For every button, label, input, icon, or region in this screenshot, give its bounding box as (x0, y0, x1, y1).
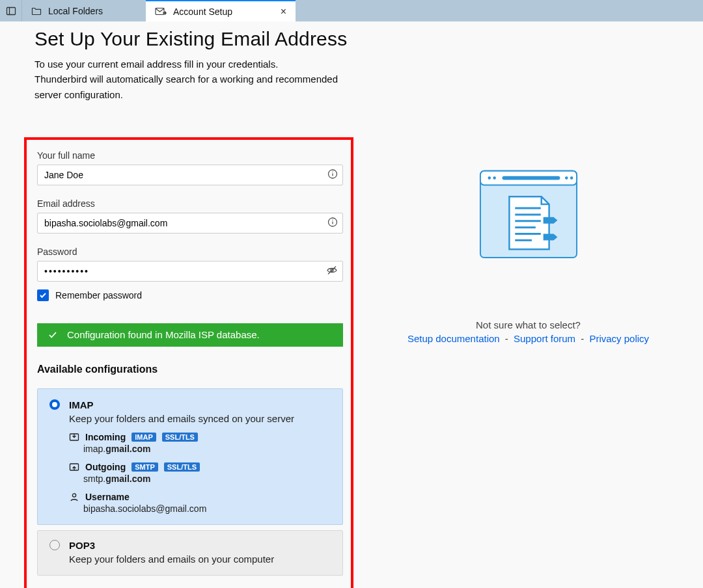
password-input[interactable] (37, 261, 343, 282)
tab-bar: Local Folders Account Setup × (0, 0, 703, 21)
svg-point-8 (332, 219, 333, 220)
svg-point-17 (493, 176, 496, 180)
radio-unselected-icon (49, 540, 60, 550)
sidebar-toggle-button[interactable] (0, 0, 22, 21)
mail-setup-icon (155, 7, 167, 16)
form-highlight-box: Your full name Email address (24, 137, 353, 588)
config-pop3[interactable]: POP3 Keep your folders and emails on you… (37, 530, 343, 576)
outgoing-label: Outgoing (85, 462, 126, 472)
incoming-host: imap.gmail.com (83, 444, 331, 454)
incoming-label: Incoming (85, 432, 126, 442)
config-imap[interactable]: IMAP Keep your folders and emails synced… (37, 388, 343, 525)
name-input[interactable] (37, 165, 343, 185)
document-illustration (473, 158, 584, 261)
outgoing-host: smtp.gmail.com (83, 474, 331, 484)
folder-icon (31, 7, 42, 16)
support-forum-link[interactable]: Support forum (514, 333, 575, 344)
svg-point-19 (564, 176, 568, 180)
checkbox-checked-icon (37, 289, 49, 301)
info-icon[interactable] (327, 168, 338, 181)
info-icon[interactable] (327, 217, 338, 229)
eye-off-icon[interactable] (326, 264, 338, 278)
tab-account-setup[interactable]: Account Setup × (146, 0, 296, 21)
config-desc: Keep your folders and emails on your com… (69, 554, 331, 565)
tab-label: Account Setup (173, 7, 232, 17)
password-label: Password (37, 247, 343, 257)
help-links: Setup documentation - Support forum - Pr… (407, 333, 649, 344)
outgoing-icon (69, 462, 79, 472)
security-pill: SSL/TLS (164, 462, 200, 472)
tab-local-folders[interactable]: Local Folders (22, 0, 146, 21)
proto-pill: IMAP (131, 433, 156, 442)
security-pill: SSL/TLS (162, 433, 198, 442)
proto-pill: SMTP (131, 462, 158, 472)
username-value: bipasha.sociolabs@gmail.com (83, 503, 331, 514)
page-title: Set Up Your Existing Email Address (34, 28, 353, 50)
remember-password-checkbox[interactable]: Remember password (37, 289, 343, 301)
svg-point-13 (72, 494, 76, 497)
svg-point-16 (488, 176, 491, 180)
svg-point-20 (570, 176, 573, 180)
panel-icon (6, 6, 16, 16)
username-label: Username (85, 492, 130, 502)
svg-rect-18 (502, 176, 560, 180)
close-icon[interactable]: × (281, 6, 286, 18)
user-icon (69, 492, 79, 502)
help-prompt: Not sure what to select? (476, 319, 581, 330)
incoming-icon (69, 432, 79, 442)
config-label: POP3 (69, 540, 95, 551)
svg-point-5 (332, 171, 333, 172)
email-label: Email address (37, 198, 343, 209)
status-banner: Configuration found in Mozilla ISP datab… (37, 323, 343, 347)
config-desc: Keep your folders and emails synced on y… (69, 413, 331, 424)
email-input[interactable] (37, 213, 343, 234)
name-label: Your full name (37, 150, 343, 161)
page-body: Set Up Your Existing Email Address To us… (0, 21, 703, 588)
page-subtitle: To use your current email address fill i… (34, 57, 353, 102)
privacy-policy-link[interactable]: Privacy policy (589, 333, 649, 344)
svg-rect-0 (7, 7, 15, 14)
svg-line-10 (328, 266, 336, 274)
remember-label: Remember password (55, 290, 142, 301)
radio-selected-icon (49, 399, 60, 410)
available-configurations-title: Available configurations (37, 364, 343, 375)
config-label: IMAP (69, 399, 94, 410)
setup-documentation-link[interactable]: Setup documentation (407, 333, 500, 344)
check-icon (48, 330, 58, 340)
tab-label: Local Folders (48, 6, 103, 16)
